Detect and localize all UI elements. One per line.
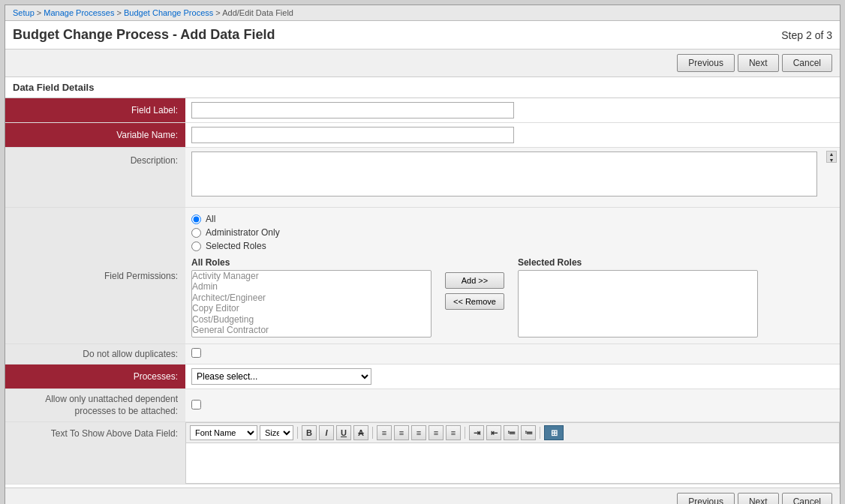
processes-row: Processes: Please select...: [5, 364, 840, 389]
radio-all-input[interactable]: [191, 214, 201, 224]
rte-special-button[interactable]: ⊞: [544, 425, 564, 440]
rte-bold-button[interactable]: B: [302, 425, 317, 440]
duplicates-value-cell: [185, 344, 840, 364]
content-area: Data Field Details Field Label: Variable…: [5, 77, 840, 484]
top-toolbar: Previous Next Cancel: [5, 50, 840, 77]
radio-selected-input[interactable]: [191, 242, 201, 251]
text-show-row: Text To Show Above Data Field: Font Name…: [5, 422, 840, 484]
add-roles-button[interactable]: Add >>: [445, 272, 504, 289]
selected-roles-list[interactable]: [518, 270, 758, 338]
role-admin[interactable]: Admin: [192, 281, 431, 292]
processes-select[interactable]: Please select...: [191, 368, 371, 385]
bottom-cancel-button[interactable]: Cancel: [782, 493, 832, 504]
permissions-value-cell: All Administrator Only Selected Roles: [185, 208, 840, 344]
field-label-input[interactable]: [191, 102, 514, 118]
all-roles-list[interactable]: Activity Manager Admin Architect/Enginee…: [191, 270, 432, 338]
variable-name-input[interactable]: [191, 127, 514, 143]
processes-value-cell: Please select...: [185, 364, 840, 389]
allow-unattached-value-cell: [185, 389, 840, 422]
radio-admin-label: Administrator Only: [206, 227, 280, 238]
radio-selected-label: Selected Roles: [206, 241, 266, 251]
field-label-value-cell: [185, 98, 840, 123]
roles-actions: Add >> << Remove: [439, 257, 510, 325]
all-roles-heading: All Roles: [191, 257, 432, 268]
role-activity-manager[interactable]: Activity Manager: [192, 271, 431, 281]
rte-content-area[interactable]: [185, 442, 840, 484]
allow-unattached-label-cell: Allow only unattached dependent processe…: [5, 389, 185, 422]
step-indicator: Step 2 of 3: [781, 29, 832, 41]
duplicates-row: Do not allow duplicates:: [5, 344, 840, 364]
field-label-cell: Field Label:: [5, 98, 185, 123]
rte-strikethrough-button[interactable]: A: [353, 425, 368, 440]
bottom-toolbar: Previous Next Cancel: [5, 488, 840, 504]
duplicates-checkbox[interactable]: [191, 348, 201, 358]
rte-indent-button[interactable]: ⇥: [469, 425, 484, 440]
top-next-button[interactable]: Next: [738, 54, 779, 72]
permissions-radio-group: All Administrator Only Selected Roles: [191, 214, 834, 251]
text-show-value-cell: Font Name Size B I U A ≡: [185, 422, 840, 484]
selected-roles-heading: Selected Roles: [518, 257, 758, 268]
description-textarea[interactable]: [191, 152, 817, 196]
bottom-next-button[interactable]: Next: [738, 493, 779, 504]
breadcrumb: Setup > Manage Processes > Budget Change…: [5, 5, 840, 21]
remove-roles-button[interactable]: << Remove: [445, 293, 504, 310]
description-value-cell: ▲ ▼: [185, 148, 840, 208]
breadcrumb-manage-processes[interactable]: Manage Processes: [44, 8, 114, 17]
rte-align-right-button[interactable]: ≡: [411, 425, 426, 440]
rte-list-ul-button[interactable]: ≔: [521, 425, 536, 440]
font-name-select[interactable]: Font Name: [190, 425, 257, 440]
text-show-label-cell: Text To Show Above Data Field:: [5, 422, 185, 484]
rte-italic-button[interactable]: I: [319, 425, 334, 440]
radio-selected-roles[interactable]: Selected Roles: [191, 241, 834, 251]
radio-all[interactable]: All: [191, 214, 834, 224]
radio-admin-only[interactable]: Administrator Only: [191, 227, 834, 238]
form-table: Field Label: Variable Name: Description:: [5, 98, 840, 484]
duplicates-label-cell: Do not allow duplicates:: [5, 344, 185, 364]
roles-section: All Roles Activity Manager Admin Archite…: [191, 257, 834, 338]
rte-align-full-button[interactable]: ≡: [446, 425, 461, 440]
field-permissions-row: Field Permissions: All Administrator Onl…: [5, 208, 840, 344]
radio-admin-input[interactable]: [191, 228, 201, 238]
role-general-contractor[interactable]: General Contractor: [192, 325, 431, 335]
font-size-select[interactable]: Size: [260, 425, 293, 440]
rte-divider-2: [372, 427, 373, 439]
top-cancel-button[interactable]: Cancel: [782, 54, 832, 72]
rte-align-justify-button[interactable]: ≡: [429, 425, 444, 440]
breadcrumb-budget-change[interactable]: Budget Change Process: [124, 8, 213, 17]
allow-unattached-checkbox[interactable]: [191, 400, 201, 410]
all-roles-panel: All Roles Activity Manager Admin Archite…: [191, 257, 432, 338]
rte-toolbar: Font Name Size B I U A ≡: [185, 422, 840, 442]
rte-divider-3: [465, 427, 465, 439]
role-cost-budgeting[interactable]: Cost/Budgeting: [192, 314, 431, 325]
variable-name-label-cell: Variable Name:: [5, 123, 185, 148]
section-header: Data Field Details: [5, 77, 840, 98]
breadcrumb-current: Add/Edit Data Field: [222, 8, 293, 17]
variable-name-value-cell: [185, 123, 840, 148]
breadcrumb-setup[interactable]: Setup: [13, 8, 35, 17]
role-copy-editor[interactable]: Copy Editor: [192, 303, 431, 314]
selected-roles-panel: Selected Roles: [518, 257, 758, 338]
rte-underline-button[interactable]: U: [336, 425, 351, 440]
permissions-label-cell: Field Permissions:: [5, 208, 185, 344]
top-previous-button[interactable]: Previous: [677, 54, 735, 72]
rte-outdent-button[interactable]: ⇤: [486, 425, 501, 440]
processes-label-cell: Processes:: [5, 364, 185, 389]
radio-all-label: All: [206, 214, 215, 224]
description-label-cell: Description:: [5, 148, 185, 208]
rte-align-left-button[interactable]: ≡: [377, 425, 392, 440]
allow-unattached-row: Allow only unattached dependent processe…: [5, 389, 840, 422]
variable-name-row: Variable Name:: [5, 123, 840, 148]
rte-list-ol-button[interactable]: ≔: [504, 425, 519, 440]
rte-divider-4: [540, 427, 540, 439]
bottom-previous-button[interactable]: Previous: [677, 493, 735, 504]
rte-align-center-button[interactable]: ≡: [394, 425, 409, 440]
page-header: Budget Change Process - Add Data Field S…: [5, 21, 840, 50]
rte-divider-1: [297, 427, 298, 439]
field-label-row: Field Label:: [5, 98, 840, 123]
page-title: Budget Change Process - Add Data Field: [13, 27, 275, 43]
description-row: Description: ▲ ▼: [5, 148, 840, 208]
role-architect[interactable]: Architect/Engineer: [192, 292, 431, 303]
